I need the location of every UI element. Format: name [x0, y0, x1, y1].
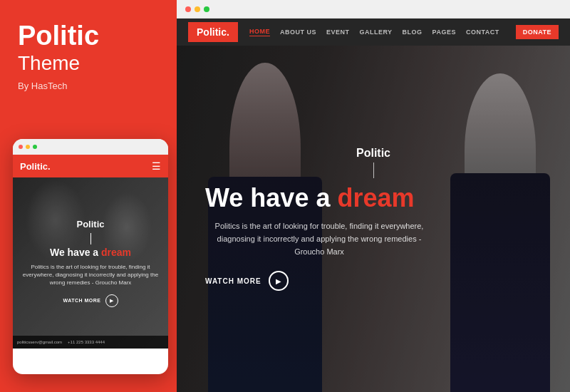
- mobile-footer-phone: +11 225 3333 4444: [68, 340, 105, 344]
- desktop-browser-bar: [177, 0, 570, 19]
- left-panel: Politic Theme By HasTech Politic. ☰ Poli…: [0, 0, 177, 392]
- by-text: By HasTech: [18, 81, 159, 91]
- mobile-hero: Politic We have a dream Politics is the …: [13, 177, 168, 349]
- mobile-nav: Politic. ☰: [13, 155, 168, 177]
- desktop-hero-divider: [373, 163, 374, 178]
- mobile-headline-dream: dream: [101, 247, 131, 258]
- desktop-headline-plain: We have a: [205, 183, 337, 212]
- desktop-watch-label: WATCH MORE: [205, 277, 261, 285]
- desktop-watch-row: WATCH MORE ▶: [205, 271, 542, 291]
- desktop-nav-home[interactable]: HOME: [249, 28, 270, 36]
- desktop-play-icon: ▶: [276, 277, 281, 285]
- mobile-watch-row: WATCH MORE ▶: [63, 294, 118, 307]
- desktop-nav-pages[interactable]: PAGES: [432, 29, 456, 36]
- theme-subtitle: Theme: [18, 51, 159, 76]
- mobile-mockup: Politic. ☰ Politic We have a dream Polit…: [13, 139, 168, 374]
- desktop-dot-red: [185, 6, 191, 12]
- mobile-footer-bar: politicsserv@gmail.com +11 225 3333 4444: [13, 336, 168, 349]
- desktop-dot-green: [204, 6, 209, 12]
- mobile-headline-plain: We have a: [50, 247, 101, 258]
- desktop-hero-content: Politic We have a dream Politics is the …: [177, 46, 570, 392]
- desktop-nav-contact[interactable]: CONTACT: [466, 29, 499, 36]
- mobile-dot-red: [19, 145, 23, 149]
- desktop-nav-links: HOME ABOUT US EVENT GALLERY BLOG PAGES C…: [249, 28, 516, 36]
- desktop-body-text: Politics is the art of looking for troub…: [205, 220, 433, 258]
- mobile-logo: Politic.: [20, 161, 51, 172]
- desktop-nav-gallery[interactable]: GALLERY: [359, 29, 392, 36]
- theme-title: Politic: [18, 21, 159, 51]
- desktop-hero-brand: Politic: [205, 147, 542, 160]
- mobile-watch-label: WATCH MORE: [63, 298, 100, 303]
- mobile-hero-brand: Politic: [76, 219, 104, 229]
- desktop-nav-blog[interactable]: BLOG: [403, 29, 423, 36]
- play-icon: ▶: [110, 298, 113, 304]
- mobile-divider: [90, 233, 91, 244]
- desktop-headline-dream: dream: [337, 183, 414, 212]
- mobile-dot-green: [33, 145, 37, 149]
- desktop-play-button[interactable]: ▶: [269, 271, 289, 291]
- mobile-footer-email: politicsserv@gmail.com: [17, 340, 62, 344]
- mobile-browser-bar: [13, 139, 168, 155]
- desktop-nav-about[interactable]: ABOUT US: [280, 29, 316, 36]
- desktop-nav-logo[interactable]: Politic.: [188, 22, 238, 42]
- desktop-mockup: Politic. HOME ABOUT US EVENT GALLERY BLO…: [177, 0, 570, 392]
- mobile-headline: We have a dream: [50, 247, 131, 259]
- hamburger-icon[interactable]: ☰: [152, 161, 161, 171]
- desktop-donate-button[interactable]: DONATE: [516, 25, 559, 39]
- desktop-headline: We have a dream: [205, 184, 542, 212]
- mobile-hero-content: Politic We have a dream Politics is the …: [13, 177, 168, 349]
- mobile-play-button[interactable]: ▶: [105, 294, 118, 307]
- desktop-nav: Politic. HOME ABOUT US EVENT GALLERY BLO…: [177, 19, 570, 46]
- desktop-hero: Politic We have a dream Politics is the …: [177, 46, 570, 392]
- mobile-dot-yellow: [26, 145, 30, 149]
- mobile-body-text: Politics is the art of looking for troub…: [21, 263, 160, 287]
- desktop-nav-event[interactable]: EVENT: [326, 29, 350, 36]
- desktop-dot-yellow: [195, 6, 200, 12]
